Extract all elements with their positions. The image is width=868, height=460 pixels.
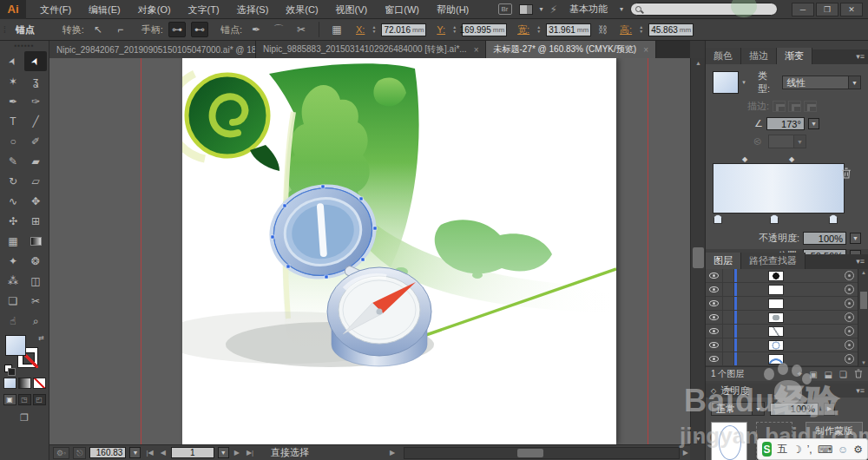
moon-icon[interactable]: ☽: [792, 444, 802, 456]
canvas-horizontal-scrollbar[interactable]: [404, 447, 680, 459]
scrollbar-thumb[interactable]: [693, 247, 704, 268]
arrange-documents-icon[interactable]: [519, 4, 533, 15]
draw-behind-button[interactable]: ◳: [18, 394, 31, 405]
wubi-label[interactable]: 五: [777, 442, 787, 457]
layer-thumbnail[interactable]: [768, 354, 784, 365]
menu-object[interactable]: 对象(O): [129, 0, 180, 19]
lock-cell[interactable]: [723, 311, 734, 324]
shape-builder-tool[interactable]: ✣: [2, 211, 24, 231]
layers-scrollbar[interactable]: ▲ ▼: [858, 269, 868, 366]
type-tool[interactable]: T: [2, 111, 24, 131]
y-field[interactable]: 169.995mm: [462, 23, 507, 36]
locate-object-icon[interactable]: ⌖: [797, 369, 802, 379]
layer-thumbnail[interactable]: [768, 312, 784, 323]
layer-row[interactable]: [706, 283, 868, 297]
convert-to-corner-icon[interactable]: ↖: [89, 22, 107, 37]
layer-row[interactable]: [706, 311, 868, 325]
line-tool[interactable]: ╱: [24, 111, 47, 131]
remove-anchor-icon[interactable]: ✒: [247, 22, 265, 37]
visibility-eye-icon[interactable]: [709, 342, 719, 348]
visibility-eye-icon[interactable]: [709, 328, 719, 334]
none-button[interactable]: [33, 378, 46, 389]
menu-type[interactable]: 文字(T): [180, 0, 228, 19]
width-stepper[interactable]: ▲▼: [536, 25, 541, 34]
artboard-tool[interactable]: ❏: [2, 291, 24, 311]
scroll-up-icon[interactable]: ▲: [858, 270, 868, 275]
fill-swatch[interactable]: [5, 335, 26, 356]
mesh-tool[interactable]: ▦: [2, 231, 24, 251]
gradient-swatch[interactable]: [713, 71, 739, 94]
canvas-vertical-scrollbar[interactable]: ▲ ▼: [690, 58, 705, 444]
collapse-icon[interactable]: ◇: [711, 387, 716, 395]
chevron-down-icon[interactable]: ▾: [742, 79, 746, 86]
slice-tool[interactable]: ✂: [24, 291, 47, 311]
x-stepper[interactable]: ▲▼: [372, 25, 376, 34]
convert-to-smooth-icon[interactable]: ⌐: [112, 22, 129, 37]
lock-cell[interactable]: [723, 297, 734, 310]
selection-tool[interactable]: ➤: [2, 51, 24, 71]
magic-wand-tool[interactable]: ✶: [2, 71, 24, 91]
close-icon[interactable]: ×: [474, 45, 479, 55]
artboard[interactable]: [182, 58, 616, 444]
artboard-dropdown-icon[interactable]: ▼: [218, 447, 229, 458]
lasso-tool[interactable]: ʓ: [24, 71, 47, 91]
tab-gradient[interactable]: 渐变: [777, 48, 812, 64]
add-anchor-pen-tool[interactable]: ✑: [24, 91, 47, 111]
tab-color[interactable]: 颜色: [706, 48, 741, 64]
opacity-field[interactable]: 100%: [803, 232, 846, 245]
show-handles-icon[interactable]: ⊶: [168, 22, 186, 37]
scroll-down-icon[interactable]: ▼: [858, 360, 868, 365]
layer-row[interactable]: [706, 352, 868, 366]
bridge-button[interactable]: Br: [498, 3, 512, 15]
panel-menu-icon[interactable]: ▾≡: [856, 386, 865, 395]
gradient-type-select[interactable]: 线性▼: [782, 76, 861, 89]
workspace-switcher[interactable]: 基本功能: [564, 1, 613, 17]
draw-normal-button[interactable]: ▣: [3, 394, 16, 405]
document-tab-3-active[interactable]: 未标题-27* @ 160.83% (CMYK/预览)×: [486, 41, 655, 58]
ellipse-tool[interactable]: ○: [2, 131, 24, 151]
last-artboard-icon[interactable]: ▶|: [245, 449, 255, 457]
open-external-icon[interactable]: ⎋: [73, 447, 86, 459]
tab-layers[interactable]: 图层: [706, 253, 741, 269]
visibility-eye-icon[interactable]: [709, 314, 719, 320]
input-method-bar[interactable]: S 五 ☽ ’, ⌨ ☺ ⚙: [757, 438, 868, 460]
new-sublayer-icon[interactable]: ⬓: [825, 370, 832, 379]
target-circle-icon[interactable]: [845, 354, 854, 364]
angle-field[interactable]: 173°: [766, 117, 805, 130]
chevron-down-icon[interactable]: ▼: [850, 233, 861, 244]
delete-layer-icon[interactable]: [854, 369, 863, 380]
gradient-button[interactable]: [18, 378, 31, 389]
color-button[interactable]: [3, 378, 16, 389]
direct-selection-tool[interactable]: ➤: [24, 51, 47, 71]
gradient-stop[interactable]: [829, 214, 838, 224]
wrench-icon[interactable]: ⚙: [853, 444, 863, 456]
gradient-stop[interactable]: [713, 214, 722, 224]
canvas-area[interactable]: [49, 58, 690, 444]
scrollbar-thumb[interactable]: [860, 292, 867, 309]
free-transform-tool[interactable]: ✥: [24, 191, 47, 211]
new-layer-icon[interactable]: ❏: [839, 370, 847, 379]
rotate-tool[interactable]: ↻: [2, 171, 24, 191]
visibility-eye-icon[interactable]: [709, 273, 719, 279]
punctuation-icon[interactable]: ’,: [807, 444, 812, 456]
layer-thumbnail[interactable]: [768, 271, 784, 281]
hand-tool[interactable]: ☝: [2, 311, 24, 331]
transparency-panel-header[interactable]: ◇ 透明度 ▾≡: [706, 384, 868, 398]
layer-thumbnail[interactable]: [768, 326, 784, 337]
draw-inside-button[interactable]: ◰: [33, 394, 46, 405]
chevron-right-icon[interactable]: ▶: [824, 403, 835, 416]
status-tools-icon[interactable]: ⚙◦: [53, 447, 69, 459]
blend-mode-select[interactable]: 正常▼: [711, 402, 765, 416]
scale-tool[interactable]: ▱: [24, 171, 47, 191]
make-mask-button[interactable]: 制作蒙版: [806, 422, 863, 440]
visibility-eye-icon[interactable]: [709, 286, 719, 292]
gpu-performance-icon[interactable]: ⚡: [550, 3, 557, 16]
menu-help[interactable]: 帮助(H): [428, 0, 477, 19]
panel-menu-icon[interactable]: ▾≡: [856, 257, 865, 266]
document-tab-1[interactable]: Nipic_29842067_20190905150105047000.ai* …: [49, 41, 256, 58]
scrollbar-thumb[interactable]: [517, 449, 543, 457]
swap-fill-stroke-icon[interactable]: ⇄: [38, 334, 44, 342]
zoom-tool[interactable]: ⌕: [24, 311, 47, 331]
target-circle-icon[interactable]: [845, 312, 854, 322]
prev-artboard-icon[interactable]: ◀: [159, 449, 168, 457]
